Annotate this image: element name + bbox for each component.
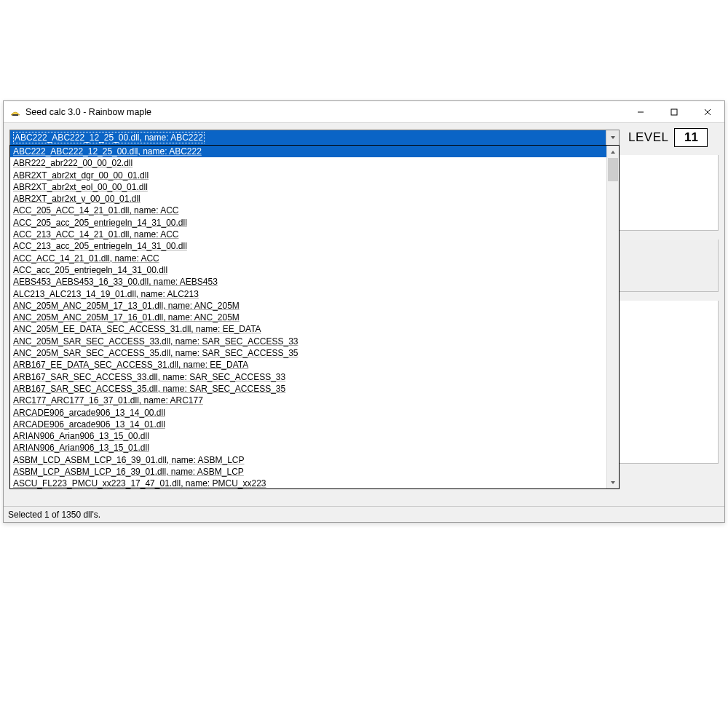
- window-title: Seed calc 3.0 - Rainbow maple: [25, 107, 151, 117]
- status-bar: Selected 1 of 1350 dll's.: [4, 506, 724, 522]
- combobox-dropdown-button[interactable]: [606, 130, 619, 145]
- svg-rect-0: [12, 114, 18, 116]
- list-item[interactable]: ACC_213_acc_205_entriegeln_14_31_00.dll: [10, 240, 606, 252]
- list-item[interactable]: ANC_205M_SAR_SEC_ACCESS_33.dll, name: SA…: [10, 336, 606, 347]
- list-item[interactable]: ABR2XT_abr2xt_dgr_00_00_01.dll: [10, 170, 606, 181]
- list-item[interactable]: AEBS453_AEBS453_16_33_00.dll, name: AEBS…: [10, 276, 606, 288]
- scroll-track[interactable]: [607, 158, 619, 476]
- minimize-button[interactable]: [624, 101, 657, 122]
- list-item[interactable]: ALC213_ALC213_14_19_01.dll, name: ALC213: [10, 288, 606, 300]
- side-panel-2: [620, 240, 719, 292]
- side-panel-3: [620, 301, 719, 464]
- app-icon: [9, 106, 21, 118]
- list-item[interactable]: ASCU_FL223_PMCU_xx223_17_47_01.dll, name…: [10, 478, 606, 488]
- dll-dropdown-list[interactable]: ABC222_ABC222_12_25_00.dll, name: ABC222…: [9, 145, 620, 489]
- titlebar[interactable]: Seed calc 3.0 - Rainbow maple: [4, 101, 724, 123]
- side-panel-1: [620, 155, 719, 231]
- list-item[interactable]: ARCADE906_arcade906_13_14_01.dll: [10, 419, 606, 430]
- scroll-down-button[interactable]: [607, 476, 619, 488]
- list-item[interactable]: ASBM_LCD_ASBM_LCP_16_39_01.dll, name: AS…: [10, 454, 606, 466]
- list-item[interactable]: ACC_213_ACC_14_21_01.dll, name: ACC: [10, 229, 606, 240]
- status-text: Selected 1 of 1350 dll's.: [8, 510, 100, 520]
- list-item[interactable]: ACC_ACC_14_21_01.dll, name: ACC: [10, 253, 606, 264]
- list-item[interactable]: ACC_205_acc_205_entriegeln_14_31_00.dll: [10, 217, 606, 229]
- close-button[interactable]: [691, 101, 724, 122]
- combobox-selected-text: ABC222_ABC222_12_25_00.dll, name: ABC222: [10, 130, 606, 145]
- list-item[interactable]: ANC_205M_EE_DATA_SEC_ACCESS_31.dll, name…: [10, 323, 606, 335]
- level-label: LEVEL: [628, 130, 668, 145]
- list-item[interactable]: ABR2XT_abr2xt_v_00_00_01.dll: [10, 193, 606, 205]
- maximize-button[interactable]: [657, 101, 691, 122]
- chevron-down-icon: [610, 480, 616, 486]
- list-item[interactable]: ARIAN906_Arian906_13_15_00.dll: [10, 430, 606, 442]
- list-item[interactable]: ARC177_ARC177_16_37_01.dll, name: ARC177: [10, 395, 606, 406]
- list-item[interactable]: ABR2XT_abr2xt_eol_00_00_01.dll: [10, 181, 606, 193]
- list-item[interactable]: ACC_acc_205_entriegeln_14_31_00.dll: [10, 264, 606, 276]
- list-item[interactable]: ANC_205M_ANC_205M_17_16_01.dll, name: AN…: [10, 312, 606, 323]
- scrollbar[interactable]: [606, 146, 619, 488]
- list-item[interactable]: ARCADE906_arcade906_13_14_00.dll: [10, 407, 606, 419]
- dll-combobox[interactable]: ABC222_ABC222_12_25_00.dll, name: ABC222: [9, 130, 620, 146]
- list-item[interactable]: ARB167_SAR_SEC_ACCESS_35.dll, name: SAR_…: [10, 383, 606, 395]
- scroll-thumb[interactable]: [608, 158, 618, 181]
- chevron-down-icon: [610, 135, 616, 141]
- svg-rect-1: [671, 109, 677, 115]
- list-item[interactable]: ABR222_abr222_00_00_02.dll: [10, 157, 606, 169]
- app-window: Seed calc 3.0 - Rainbow maple ABC222_ABC…: [3, 100, 725, 523]
- client-area: ABC222_ABC222_12_25_00.dll, name: ABC222…: [4, 123, 724, 506]
- list-item[interactable]: ANC_205M_SAR_SEC_ACCESS_35.dll, name: SA…: [10, 347, 606, 359]
- list-item[interactable]: ARIAN906_Arian906_13_15_01.dll: [10, 442, 606, 454]
- list-item[interactable]: ACC_205_ACC_14_21_01.dll, name: ACC: [10, 205, 606, 216]
- scroll-up-button[interactable]: [607, 146, 619, 158]
- list-item[interactable]: ANC_205M_ANC_205M_17_13_01.dll, name: AN…: [10, 300, 606, 312]
- list-item[interactable]: ASBM_LCP_ASBM_LCP_16_39_01.dll, name: AS…: [10, 466, 606, 478]
- level-input[interactable]: [674, 128, 708, 147]
- list-item[interactable]: ARB167_EE_DATA_SEC_ACCESS_31.dll, name: …: [10, 359, 606, 371]
- list-item[interactable]: ABC222_ABC222_12_25_00.dll, name: ABC222: [10, 146, 606, 157]
- list-item[interactable]: ARB167_SAR_SEC_ACCESS_33.dll, name: SAR_…: [10, 371, 606, 383]
- chevron-up-icon: [610, 149, 616, 155]
